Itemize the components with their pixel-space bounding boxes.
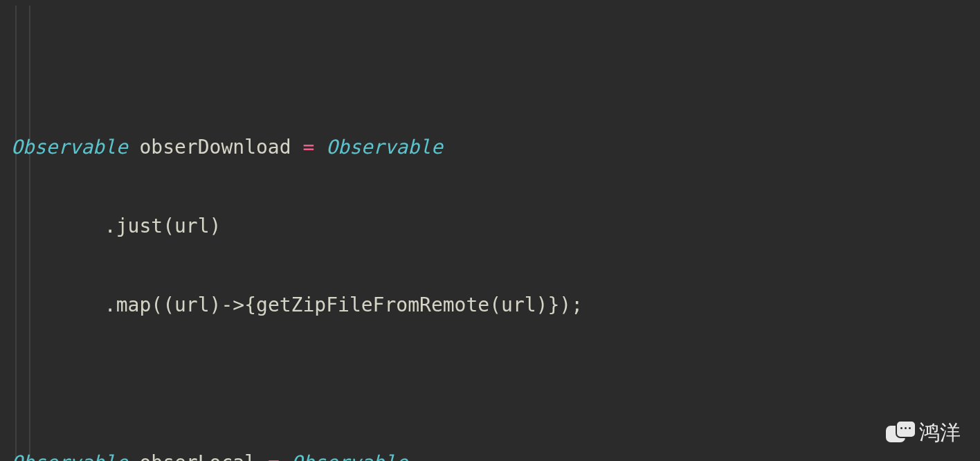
blank-line [11,371,980,397]
assign-op: = [268,451,280,461]
code-line: Observable obserLocal = Observable [11,450,980,461]
watermark-text: 鸿洋 [919,419,961,446]
method: map [116,293,152,316]
class-ref: Observable [291,451,408,461]
type-name: Observable [11,136,128,159]
code-line: .just(url) [11,213,980,239]
code-line: Observable obserDownload = Observable [11,134,980,161]
lambda-arrow: -> [221,293,244,316]
method: just [116,215,163,237]
variable: obserLocal [139,451,256,461]
type-name: Observable [11,451,128,461]
chat-icon [886,420,915,445]
variable: obserDownload [139,136,291,159]
assign-op: = [302,136,314,159]
code-editor[interactable]: Observable obserDownload = Observable .j… [0,0,980,461]
class-ref: Observable [326,136,443,159]
watermark: 鸿洋 [886,419,961,446]
code-line: .map((url)->{getZipFileFromRemote(url)})… [11,292,980,318]
